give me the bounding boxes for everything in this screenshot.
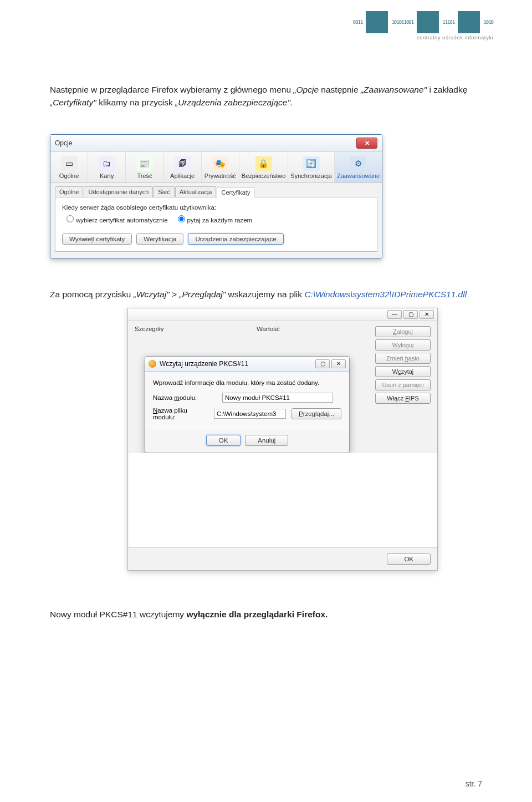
tab-karty[interactable]: 🗂Karty <box>88 152 126 182</box>
module-name-row: Nazwa modułu: <box>153 393 341 403</box>
inner-footer: OK Anuluj <box>145 430 349 453</box>
content-icon: 📰 <box>136 156 153 171</box>
page-number: str. 7 <box>466 779 482 788</box>
lbl-ogolne: Ogólne <box>59 172 79 179</box>
p1-t4: klikamy na przycisk <box>99 98 175 107</box>
p1-t1: Następnie w przeglądarce Firefox wybiera… <box>50 85 293 94</box>
dialog-ok-button[interactable]: OK <box>387 554 431 565</box>
titlebar: Opcje ✕ <box>50 135 382 152</box>
radio-row: wybierz certyfikat automatycznie pytaj z… <box>62 215 370 224</box>
inner-body: Wprowadź informacje dla modułu, który ma… <box>145 372 349 430</box>
load-button[interactable]: Wczytaj <box>375 366 431 377</box>
radio-auto[interactable]: wybierz certyfikat automatycznie <box>66 215 168 224</box>
tab-tresc[interactable]: 📰Treść <box>126 152 163 182</box>
close-icon[interactable]: ✕ <box>356 138 377 149</box>
module-file-label: Nazwa pliku modułu: <box>153 407 208 420</box>
module-file-input[interactable] <box>214 409 286 419</box>
enable-fips-button[interactable]: Włącz FIPS <box>375 393 431 404</box>
subtab-certyfikaty[interactable]: Certyfikaty <box>217 187 254 197</box>
radio-auto-label: wybierz certyfikat automatycznie <box>76 217 168 224</box>
sync-icon: 🔄 <box>303 156 320 171</box>
unload-label: Usuń z pamięci <box>382 382 423 388</box>
col-szczegoly: Szczegóły <box>135 326 245 332</box>
change-password-button[interactable]: Zmień hasło <box>375 353 431 364</box>
subtab-udostepnianie[interactable]: Udostępnianie danych <box>84 186 153 197</box>
close-icon[interactable]: ✕ <box>420 310 434 319</box>
p3-t1: Nowy moduł PKCS#11 wczytujemy <box>50 610 186 619</box>
sub-tabs: Ogólne Udostępnianie danych Sieć Aktuali… <box>50 183 382 197</box>
p1-urz: „Urządzenia zabezpieczające". <box>175 98 293 107</box>
lbl-sync: Synchronizacja <box>290 172 332 179</box>
security-icon: 🔒 <box>255 156 272 171</box>
p1-cert: „Certyfikaty" <box>50 98 96 107</box>
ok-button[interactable]: OK <box>206 435 241 446</box>
lbl-zaaw: Zaawansowane <box>337 172 380 179</box>
tabs-icon: 🗂 <box>99 156 115 171</box>
cert-panel: Kiedy serwer żąda osobistego certyfikatu… <box>55 197 377 252</box>
inner-maximize-icon[interactable]: ▢ <box>315 359 330 368</box>
tab-bezpieczenstwo[interactable]: 🔒Bezpieczeństwo <box>239 152 289 182</box>
tab-synchronizacja[interactable]: 🔄Synchronizacja <box>288 152 335 182</box>
verify-button[interactable]: Weryfikacja <box>136 234 183 245</box>
header-logo: 0011 101011001 11101 1010 centralny ośro… <box>353 11 493 40</box>
lbl-pryw: Prywatność <box>204 172 236 179</box>
inner-title-right: ▢ ✕ <box>315 359 346 368</box>
login-button[interactable]: Zaloguj <box>375 326 431 337</box>
lbl-aplikacje: Aplikacje <box>170 172 195 179</box>
logout-button[interactable]: Wyloguj <box>375 339 431 351</box>
apps-icon: 🗐 <box>174 156 191 171</box>
device-manager-dialog: — ▢ ✕ Szczegóły Wartość Zaloguj Wyloguj … <box>127 308 438 571</box>
inner-close-icon[interactable]: ✕ <box>331 359 346 368</box>
module-file-row: Nazwa pliku modułu: Przeglądaj... <box>153 407 341 420</box>
inner-titlebar: Wczytaj urządzenie PKCS#11 ▢ ✕ <box>145 357 349 372</box>
minimize-icon[interactable]: — <box>387 310 402 319</box>
gear-icon: ⚙ <box>350 156 366 171</box>
tab-zaawansowane[interactable]: ⚙Zaawansowane <box>335 152 382 182</box>
inner-description: Wprowadź informacje dla modułu, który ma… <box>153 379 341 386</box>
col-wartosc: Wartość <box>257 326 280 332</box>
cert-question-label: Kiedy serwer żąda osobistego certyfikatu… <box>62 204 370 211</box>
maximize-icon[interactable]: ▢ <box>403 310 418 319</box>
p1-t2: następnie <box>321 85 361 94</box>
paragraph-1: Następnie w przeglądarce Firefox wybiera… <box>50 83 482 109</box>
p2-wcz: „Wczytaj" > „Przeglądaj" <box>134 290 226 299</box>
logo-subtitle: centralny ośrodek informatyki <box>353 34 493 40</box>
side-buttons: Zaloguj Wyloguj Zmień hasło Wczytaj Usuń… <box>375 326 431 404</box>
p2-path: C:\Windows\system32\IDPrimePKCS11.dll <box>304 290 467 299</box>
logo-block-i <box>458 11 480 33</box>
options-dialog: Opcje ✕ ▭Ogólne 🗂Karty 📰Treść 🗐Aplikacje… <box>50 134 382 259</box>
security-devices-button[interactable]: Urządzenia zabezpieczające <box>188 234 283 245</box>
logo-block-o <box>417 11 439 33</box>
logo-graphic: 0011 101011001 11101 1010 <box>353 11 493 33</box>
show-certs-label: Wyświetl certyfikaty <box>69 236 125 242</box>
unload-button[interactable]: Usuń z pamięci <box>375 379 431 390</box>
subtab-siec[interactable]: Sieć <box>154 186 174 197</box>
cert-buttons: Wyświetl certyfikaty Weryfikacja Urządze… <box>62 234 370 245</box>
inner-title-text: Wczytaj urządzenie PKCS#11 <box>160 360 248 368</box>
bottom-bar: OK <box>128 547 437 570</box>
subtab-aktualizacja[interactable]: Aktualizacja <box>175 186 217 197</box>
tab-prywatnosc[interactable]: 🎭Prywatność <box>202 152 239 182</box>
p1-t3: i zakładkę <box>429 85 467 94</box>
tab-ogolne[interactable]: ▭Ogólne <box>50 152 88 182</box>
p1-opcje: „Opcje <box>293 85 319 94</box>
cancel-button[interactable]: Anuluj <box>245 435 288 446</box>
lbl-karty: Karty <box>100 172 114 179</box>
privacy-icon: 🎭 <box>212 156 228 171</box>
radio-ask[interactable]: pytaj za każdym razem <box>178 215 253 224</box>
show-certs-button[interactable]: Wyświetl certyfikaty <box>62 234 132 245</box>
inner-title-left: Wczytaj urządzenie PKCS#11 <box>149 360 248 368</box>
p3-bold: wyłącznie dla przeglądarki Firefox. <box>186 610 328 619</box>
tab-aplikacje[interactable]: 🗐Aplikacje <box>164 152 202 182</box>
category-toolbar: ▭Ogólne 🗂Karty 📰Treść 🗐Aplikacje 🎭Prywat… <box>50 152 382 183</box>
browse-button[interactable]: Przeglądaj... <box>291 408 341 419</box>
logo-binary-m2: 11101 <box>442 19 454 25</box>
load-pkcs11-dialog: Wczytaj urządzenie PKCS#11 ▢ ✕ Wprowadź … <box>145 356 350 453</box>
radio-ask-label: pytaj za każdym razem <box>187 217 253 224</box>
paragraph-3: Nowy moduł PKCS#11 wczytujemy wyłącznie … <box>50 610 482 620</box>
subtab-ogolne[interactable]: Ogólne <box>55 186 83 197</box>
general-icon: ▭ <box>61 156 78 171</box>
logo-binary-left: 0011 <box>353 19 363 25</box>
module-name-input[interactable] <box>222 393 333 403</box>
firefox-icon <box>149 360 156 368</box>
